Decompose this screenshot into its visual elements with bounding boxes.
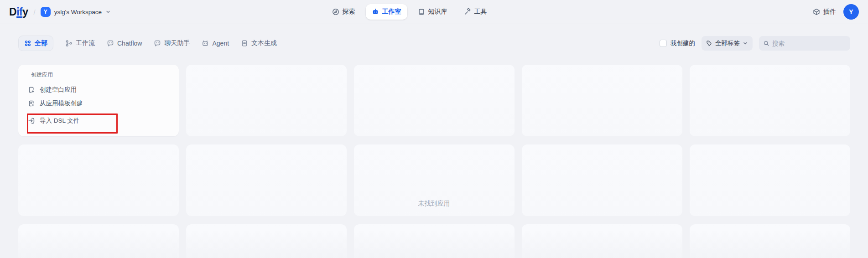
empty-app-card xyxy=(354,224,515,258)
tag-filter-label: 全部标签 xyxy=(715,39,740,47)
tab-all[interactable]: 全部 xyxy=(18,36,53,51)
create-item-label: 从应用模板创建 xyxy=(40,99,83,108)
nav-item-label: 知识库 xyxy=(428,8,447,16)
nav-item-tools[interactable]: 工具 xyxy=(458,4,493,20)
plugins-label: 插件 xyxy=(823,8,836,16)
empty-app-card xyxy=(186,144,347,216)
tab-agent[interactable]: Agent xyxy=(202,40,229,47)
created-by-me-label: 我创建的 xyxy=(670,39,695,47)
user-avatar[interactable]: Y xyxy=(843,4,859,20)
empty-app-card xyxy=(18,144,179,216)
no-apps-found-message: 未找到应用 xyxy=(418,200,450,208)
chevron-down-icon xyxy=(743,41,748,46)
empty-app-card xyxy=(186,65,347,136)
create-app-title: 创建应用 xyxy=(31,71,172,78)
dify-logo[interactable]: Dify xyxy=(9,6,28,18)
create-app-card: 创建应用 创建空白应用 从应用模板创建 导入 DSL 文件 xyxy=(18,65,179,136)
filter-right: 我创建的 全部标签 xyxy=(660,36,850,51)
workspace-avatar: Y xyxy=(41,7,51,17)
search-icon xyxy=(763,40,769,46)
empty-app-card xyxy=(690,65,850,136)
agent-icon xyxy=(202,40,209,47)
tab-text-generation[interactable]: 文本生成 xyxy=(241,39,277,47)
import-icon xyxy=(28,117,35,124)
tab-chatflow[interactable]: Chatflow xyxy=(107,40,142,47)
search-input[interactable] xyxy=(772,40,846,47)
header-right: 插件 Y xyxy=(813,4,859,20)
empty-app-card xyxy=(690,144,850,216)
logo-letter-y: y xyxy=(22,6,28,18)
tab-label: 聊天助手 xyxy=(164,39,190,47)
nav-item-studio[interactable]: 工作室 xyxy=(366,4,407,20)
created-by-me-filter: 我创建的 xyxy=(660,39,695,47)
create-from-template-button[interactable]: 从应用模板创建 xyxy=(28,100,172,107)
empty-app-card xyxy=(354,65,515,136)
document-icon xyxy=(241,40,248,47)
workspace-selector[interactable]: Y yslg's Workspace xyxy=(41,7,111,17)
empty-app-card xyxy=(522,224,682,258)
created-by-me-checkbox[interactable] xyxy=(660,40,667,47)
workspace-name: yslg's Workspace xyxy=(54,9,102,15)
grid-dots-icon xyxy=(24,40,31,47)
tag-filter-dropdown[interactable]: 全部标签 xyxy=(702,36,753,51)
empty-app-card xyxy=(522,144,682,216)
tag-icon xyxy=(706,40,712,46)
tab-chat-assistant[interactable]: 聊天助手 xyxy=(154,39,190,47)
chevron-down-icon xyxy=(105,9,111,15)
nav-item-knowledge[interactable]: 知识库 xyxy=(412,4,453,20)
template-plus-icon xyxy=(28,100,35,107)
empty-app-card xyxy=(186,224,347,258)
tab-label: 文本生成 xyxy=(251,39,277,47)
empty-app-card xyxy=(522,65,682,136)
book-icon xyxy=(418,8,425,15)
breadcrumb-separator: / xyxy=(33,8,35,16)
empty-app-card xyxy=(18,224,179,258)
create-blank-app-button[interactable]: 创建空白应用 xyxy=(28,86,172,93)
compass-icon xyxy=(332,8,339,15)
logo-letters-if: if xyxy=(16,6,22,18)
tab-label: 工作流 xyxy=(76,39,95,47)
cube-icon xyxy=(813,8,820,15)
workflow-icon xyxy=(65,40,73,47)
app-type-tabs: 全部 工作流 Chatflow 聊天助手 Agent xyxy=(18,36,277,51)
app-grid: 创建应用 创建空白应用 从应用模板创建 导入 DSL 文件 xyxy=(18,65,850,258)
create-item-label: 创建空白应用 xyxy=(40,86,77,94)
nav-item-label: 探索 xyxy=(343,8,355,16)
create-item-label: 导入 DSL 文件 xyxy=(40,117,79,125)
plugins-button[interactable]: 插件 xyxy=(813,8,836,16)
filter-bar: 全部 工作流 Chatflow 聊天助手 Agent xyxy=(18,36,850,51)
main-nav: 探索 工作室 知识库 工具 xyxy=(326,4,493,20)
top-header: Dify / Y yslg's Workspace 探索 工作室 知识库 xyxy=(0,0,868,24)
chat-bubble-icon xyxy=(107,40,114,47)
robot-icon xyxy=(372,8,379,15)
nav-item-explore[interactable]: 探索 xyxy=(326,4,361,20)
logo-letter-d: D xyxy=(9,6,16,18)
tab-label: Chatflow xyxy=(117,40,142,47)
chat-bubble-icon xyxy=(154,40,161,47)
tab-label: Agent xyxy=(212,40,229,47)
tab-label: 全部 xyxy=(35,39,47,47)
nav-item-label: 工具 xyxy=(474,8,487,16)
import-dsl-button[interactable]: 导入 DSL 文件 xyxy=(28,117,172,124)
nav-item-label: 工作室 xyxy=(382,8,401,16)
file-plus-icon xyxy=(28,86,35,93)
search-box xyxy=(759,36,850,51)
tab-workflow[interactable]: 工作流 xyxy=(65,39,95,47)
empty-app-card xyxy=(690,224,850,258)
hammer-icon xyxy=(464,8,471,15)
